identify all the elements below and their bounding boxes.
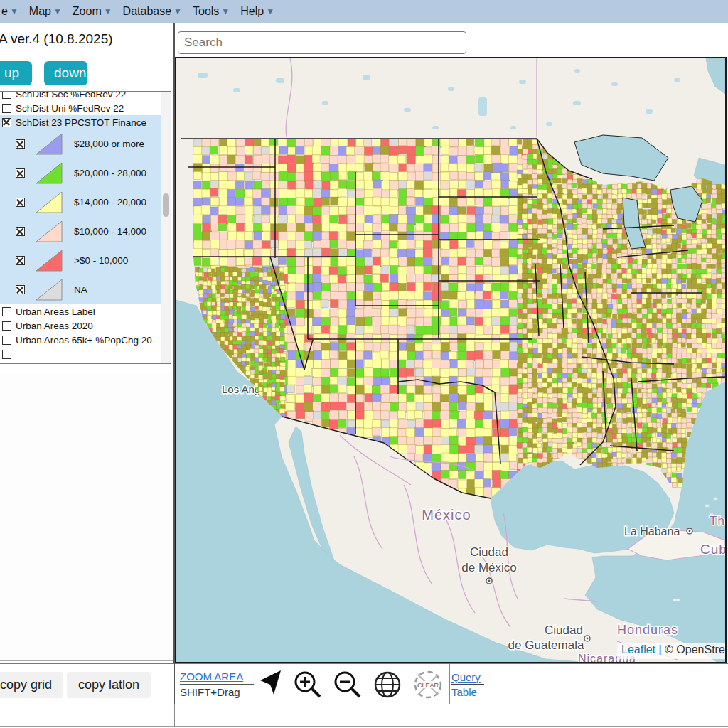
leaflet-link[interactable]: Leaflet [621, 643, 655, 655]
zoom-area-divider [180, 684, 254, 685]
menu-item-tools[interactable]: Tools▼ [193, 5, 230, 18]
zoom-in-icon[interactable] [292, 669, 323, 700]
status-bar [0, 704, 728, 727]
layer-checkbox[interactable] [2, 91, 11, 99]
legend-class-row[interactable]: NA [0, 275, 161, 304]
osm-attribution: | © OpenStre [655, 643, 725, 655]
layer-checkbox[interactable] [16, 139, 25, 149]
layer-row[interactable]: Urban Areas Label [0, 304, 161, 318]
globe-zoom-extent-icon[interactable] [372, 669, 403, 700]
map-label: México [422, 507, 471, 523]
chevron-down-icon: ▼ [104, 7, 112, 16]
bottom-left-row: copy grid copy latlon [0, 663, 174, 704]
menu-label: Tools [193, 5, 219, 18]
map-label: Cuba [700, 542, 725, 557]
layer-label: NA [74, 284, 87, 295]
map-image[interactable]: Los AngelesMéxicoCiudadde MéxicoLa Haban… [176, 58, 725, 662]
toolbar-cell: ZOOM AREA SHIFT+Drag [175, 664, 450, 705]
legend-swatch-triangle [36, 191, 63, 213]
chevron-down-icon: ▼ [53, 7, 62, 16]
layer-label: $28,000 or more [74, 139, 144, 149]
shift-drag-label: SHIFT+Drag [180, 686, 240, 698]
menu-item-e[interactable]: e▼ [1, 5, 18, 18]
map-label: The [710, 514, 725, 528]
pointer-tool-icon[interactable] [259, 669, 284, 700]
app-version: A ver.4 (10.8.2025) [0, 31, 113, 47]
legend-class-row[interactable]: $10,000 - 14,000 [0, 217, 161, 246]
legend-swatch-triangle [36, 250, 63, 272]
legend-swatch-triangle [36, 133, 63, 155]
menu-label: e [1, 5, 8, 18]
layer-down-button[interactable]: down [44, 61, 87, 85]
layer-checkbox[interactable] [16, 256, 25, 265]
layer-label: $20,000 - 28,000 [74, 168, 146, 178]
svg-text:CLEAR: CLEAR [417, 681, 439, 688]
layer-row[interactable]: Urban Areas 2020 [0, 318, 161, 333]
layer-label: Urban Areas Label [16, 306, 95, 317]
menu-label: Help [240, 5, 264, 18]
layer-label: >$0 - 10,000 [74, 255, 128, 266]
layer-label: Urban Areas 65k+ %PopChg 20- [16, 335, 155, 346]
query-table-block: Query Table [451, 671, 484, 698]
layer-order-buttons: up down [0, 56, 173, 90]
layer-row[interactable]: SchDist Uni %FedRev 22 [0, 101, 161, 115]
layer-list-scrollbar[interactable] [161, 92, 171, 363]
legend-class-row[interactable]: >$0 - 10,000 [0, 246, 161, 275]
chevron-down-icon: ▼ [221, 7, 230, 16]
panel-empty-area [0, 373, 173, 661]
layer-label: $10,000 - 14,000 [74, 226, 146, 237]
layer-checkbox[interactable] [2, 321, 11, 331]
legend-class-row[interactable]: $28,000 or more [0, 129, 161, 159]
menu-item-help[interactable]: Help▼ [240, 5, 274, 18]
legend-swatch-triangle [36, 220, 63, 242]
clear-selection-icon[interactable]: CLEAR [412, 668, 444, 701]
layer-checkbox[interactable] [16, 285, 25, 294]
map-canvas[interactable]: Los AngelesMéxicoCiudadde MéxicoLa Haban… [175, 57, 727, 663]
scrollbar-thumb[interactable] [163, 193, 169, 217]
map-attribution: Leaflet | © OpenStre [617, 643, 725, 659]
zoom-area-block: ZOOM AREA SHIFT+Drag [180, 670, 251, 699]
zoom-area-link[interactable]: ZOOM AREA [180, 670, 251, 682]
legend-class-row[interactable]: $20,000 - 28,000 [0, 159, 161, 188]
layer-checkbox[interactable] [16, 198, 25, 207]
map-label: La Habana [624, 525, 680, 537]
legend-swatch-triangle [36, 162, 63, 184]
chevron-down-icon: ▼ [173, 7, 182, 16]
map-toolbar: ZOOM AREA SHIFT+Drag [175, 663, 728, 704]
layer-checkbox[interactable] [2, 336, 11, 345]
layer-checkbox[interactable] [2, 307, 11, 316]
layer-row[interactable]: Urban Areas 65k+ %PopChg 20- [0, 333, 161, 347]
menu-item-database[interactable]: Database▼ [123, 5, 182, 18]
legend-class-row[interactable]: $14,000 - 20,000 [0, 188, 161, 217]
status-bar-divider [174, 704, 175, 727]
layer-label: Urban Areas 2020 [16, 321, 93, 331]
layer-row[interactable]: SchDist Sec %FedRev 22 [0, 91, 161, 101]
layer-checkbox[interactable] [2, 104, 11, 113]
table-link[interactable]: Table [451, 686, 484, 698]
layer-checkbox[interactable] [2, 118, 11, 127]
layer-checkbox[interactable] [2, 350, 11, 359]
version-row: A ver.4 (10.8.2025) [0, 23, 173, 55]
menu-item-zoom[interactable]: Zoom▼ [73, 5, 112, 18]
query-table-divider [451, 684, 484, 685]
layer-label: SchDist Sec %FedRev 22 [16, 91, 126, 100]
map-label: Ciudad [470, 545, 508, 559]
layer-label: $14,000 - 20,000 [74, 197, 146, 208]
copy-grid-button[interactable]: copy grid [0, 672, 63, 698]
copy-latlon-button[interactable]: copy latlon [67, 672, 151, 698]
layer-row[interactable]: SchDist 23 PPCSTOT Finance [0, 115, 161, 129]
search-input[interactable] [178, 31, 466, 54]
layer-checkbox[interactable] [16, 168, 25, 178]
menu-bar: e▼Map▼Zoom▼Database▼Tools▼Help▼ [0, 0, 728, 23]
legend-swatch-triangle [36, 279, 63, 301]
layer-up-button[interactable]: up [0, 61, 32, 85]
map-label: de Guatemala [508, 638, 584, 652]
zoom-out-icon[interactable] [332, 669, 363, 700]
layer-checkbox[interactable] [16, 227, 25, 236]
search-row [175, 23, 728, 57]
chevron-down-icon: ▼ [266, 7, 274, 16]
menu-item-map[interactable]: Map▼ [29, 5, 62, 18]
query-link[interactable]: Query [451, 671, 484, 683]
layer-row[interactable] [0, 347, 161, 361]
menu-label: Map [29, 5, 51, 18]
